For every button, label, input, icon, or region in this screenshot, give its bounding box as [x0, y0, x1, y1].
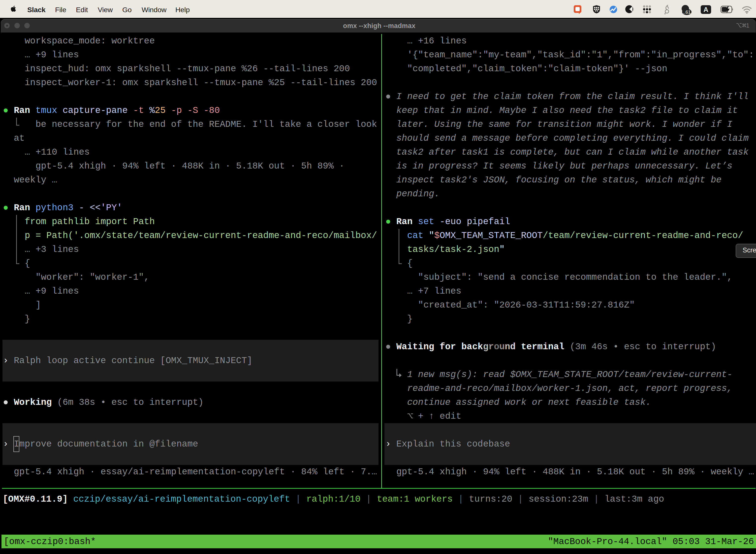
svg-text:..61: ..61: [683, 9, 691, 15]
